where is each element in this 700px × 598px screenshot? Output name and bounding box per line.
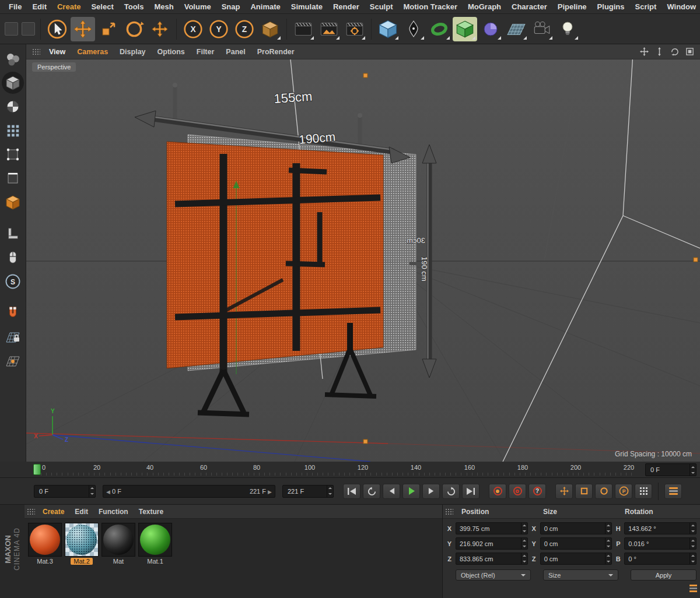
select-tool-button[interactable] xyxy=(45,17,69,41)
environment-button[interactable] xyxy=(504,17,528,41)
menu-mograph[interactable]: MoGraph xyxy=(463,2,506,11)
panel-drag-handle-icon[interactable] xyxy=(445,508,453,515)
key-position-button[interactable] xyxy=(555,484,573,499)
render-settings-button[interactable] xyxy=(342,17,367,41)
stepper-icon[interactable] xyxy=(605,538,611,549)
previous-frame-button[interactable] xyxy=(383,484,400,499)
workplane-lock-button[interactable] xyxy=(2,326,24,348)
keyframe-selection-button[interactable]: ? xyxy=(528,484,546,499)
menu-sculpt[interactable]: Sculpt xyxy=(365,2,398,11)
rotate-tool-button[interactable] xyxy=(122,17,146,41)
viewport-menu-cameras[interactable]: Cameras xyxy=(72,48,113,56)
position-x-field[interactable]: 399.75 cm xyxy=(456,522,528,534)
last-tool-button[interactable] xyxy=(148,17,172,41)
stepper-icon[interactable] xyxy=(327,486,333,497)
menu-motion-tracker[interactable]: Motion Tracker xyxy=(398,2,463,11)
workplane-mode-button[interactable] xyxy=(2,119,24,142)
menu-file[interactable]: File xyxy=(4,2,27,11)
current-frame-field[interactable]: 0 F xyxy=(34,485,96,498)
menu-script[interactable]: Script xyxy=(630,2,662,11)
menu-character[interactable]: Character xyxy=(506,2,552,11)
layers-button[interactable] xyxy=(664,484,682,499)
rotation-p-field[interactable]: 0.016 ° xyxy=(624,537,696,550)
generators-button[interactable] xyxy=(427,17,452,41)
stepper-icon[interactable] xyxy=(521,553,527,564)
viewport-dolly-icon[interactable] xyxy=(652,46,666,58)
mouse-mode-button[interactable] xyxy=(2,247,24,269)
material-name-selected[interactable]: Mat.2 xyxy=(71,558,93,565)
stepper-icon[interactable] xyxy=(690,464,696,476)
key-scale-button[interactable] xyxy=(575,484,593,499)
viewport-menu-panel[interactable]: Panel xyxy=(220,48,250,56)
viewport-rotate-icon[interactable] xyxy=(667,46,681,58)
material-name[interactable]: Mat xyxy=(110,558,127,565)
light-button[interactable] xyxy=(555,17,580,41)
undo-button[interactable] xyxy=(5,22,18,36)
preview-range-slider[interactable]: ◀ 0 F 221 F ▶ xyxy=(103,485,275,498)
snap-toggle-button[interactable]: S xyxy=(2,270,24,293)
camera-button[interactable] xyxy=(530,17,554,41)
size-z-field[interactable]: 0 cm xyxy=(540,553,612,565)
make-editable-button[interactable] xyxy=(2,48,24,70)
render-view-button[interactable] xyxy=(291,17,316,41)
axis-mode-button[interactable] xyxy=(2,223,24,245)
stepper-icon[interactable] xyxy=(89,486,95,497)
end-frame-field[interactable]: 221 F xyxy=(282,485,334,498)
autokey-button[interactable] xyxy=(509,484,526,499)
redo-button[interactable] xyxy=(22,22,35,36)
viewport-menu-display[interactable]: Display xyxy=(114,48,150,56)
position-y-field[interactable]: 216.902 cm xyxy=(456,537,528,550)
material-name[interactable]: Mat.1 xyxy=(144,558,166,565)
points-mode-button[interactable] xyxy=(2,143,24,166)
goto-end-button[interactable] xyxy=(462,484,480,499)
apply-button[interactable]: Apply xyxy=(631,569,696,581)
mode-dropdown[interactable]: Object (Rel) xyxy=(456,569,531,581)
size-y-field[interactable]: 0 cm xyxy=(540,537,612,550)
menu-animate[interactable]: Animate xyxy=(245,2,285,11)
fields-button[interactable] xyxy=(478,17,503,41)
spline-pen-button[interactable] xyxy=(401,17,426,41)
modeling-button[interactable] xyxy=(453,17,477,41)
edges-mode-button[interactable] xyxy=(2,167,24,189)
quantize-button[interactable] xyxy=(2,350,24,372)
menu-select[interactable]: Select xyxy=(86,2,118,11)
timeline-frame-field[interactable]: 0 F xyxy=(645,463,696,476)
timeline-ruler[interactable]: 0 20 40 60 80 100 120 140 160 180 200 22… xyxy=(0,462,700,478)
viewport-3d[interactable]: 155cm 190cm 30cm 190 cm Y X Z xyxy=(26,59,700,462)
polygons-mode-button[interactable] xyxy=(2,191,24,213)
material-menu-edit[interactable]: Edit xyxy=(69,508,93,516)
stepper-icon[interactable] xyxy=(521,523,527,534)
material-name[interactable]: Mat.3 xyxy=(34,558,56,565)
scale-tool-button[interactable] xyxy=(96,17,121,41)
menu-tools[interactable]: Tools xyxy=(119,2,149,11)
rotation-h-field[interactable]: 143.662 ° xyxy=(624,522,696,534)
viewport-maximize-icon[interactable] xyxy=(682,46,696,58)
next-frame-button[interactable] xyxy=(422,484,440,499)
menu-mesh[interactable]: Mesh xyxy=(149,2,178,11)
loop-button[interactable] xyxy=(442,484,460,499)
y-axis-lock-button[interactable]: Y xyxy=(206,17,231,41)
timeline-playhead[interactable] xyxy=(33,464,41,475)
viewport-menu-options[interactable]: Options xyxy=(152,48,190,56)
move-tool-button[interactable] xyxy=(71,17,95,41)
material-menu-create[interactable]: Create xyxy=(37,508,69,516)
viewport-pan-icon[interactable] xyxy=(637,46,651,58)
primitive-cube-button[interactable] xyxy=(376,17,400,41)
coordinate-system-button[interactable] xyxy=(258,17,282,41)
material-thumbnail-mat2[interactable] xyxy=(65,523,99,557)
menu-create[interactable]: Create xyxy=(52,2,86,11)
menu-pipeline[interactable]: Pipeline xyxy=(552,2,592,11)
rotation-b-field[interactable]: 0 ° xyxy=(624,553,696,565)
texture-mode-button[interactable] xyxy=(2,96,24,118)
material-menu-function[interactable]: Function xyxy=(93,508,134,516)
key-parameter-button[interactable]: P xyxy=(615,484,632,499)
stepper-icon[interactable] xyxy=(690,538,696,549)
material-thumbnail-mat1[interactable] xyxy=(138,523,172,557)
render-picture-viewer-button[interactable] xyxy=(317,17,341,41)
stepper-icon[interactable] xyxy=(690,553,696,564)
goto-start-button[interactable] xyxy=(343,484,360,499)
menu-snap[interactable]: Snap xyxy=(216,2,246,11)
model-mode-button[interactable] xyxy=(2,72,24,94)
viewport-menu-view[interactable]: View xyxy=(44,48,71,56)
menu-plugins[interactable]: Plugins xyxy=(592,2,630,11)
